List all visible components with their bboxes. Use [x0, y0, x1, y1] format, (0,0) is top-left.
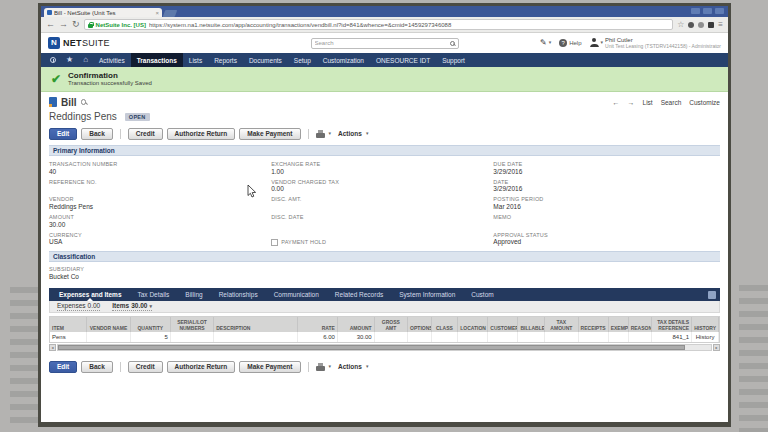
history-link[interactable]: History: [692, 332, 719, 342]
customize-link[interactable]: Customize: [689, 99, 720, 106]
recent-records-icon[interactable]: [50, 57, 56, 63]
cell-exempt: [608, 332, 628, 342]
edit-button[interactable]: Edit: [49, 128, 77, 140]
back-icon[interactable]: ←: [46, 20, 55, 29]
cell-item: Pens: [50, 332, 87, 342]
tab-close-icon[interactable]: ×: [155, 10, 159, 16]
browser-tab[interactable]: Bill - NetSuite (Unit Tes ×: [44, 8, 162, 17]
nav-item-activities[interactable]: Activities: [93, 53, 131, 67]
home-icon[interactable]: ⌂: [78, 56, 93, 64]
divider: [308, 362, 309, 372]
shortcuts-star-icon[interactable]: ★: [61, 56, 78, 64]
scroll-left-button[interactable]: ◂: [49, 344, 56, 351]
authorize-return-button[interactable]: Authorize Return: [167, 128, 236, 140]
nav-item-onesource-idt[interactable]: ONESOURCE IDT: [370, 53, 436, 67]
user-account: Unit Test Leasing (TSTDRV1442158) - Admi…: [605, 44, 721, 50]
maximize-button[interactable]: [703, 8, 712, 14]
reload-icon[interactable]: ↻: [72, 20, 80, 29]
classification-section-header[interactable]: Classification: [49, 251, 720, 262]
col-amount: AMOUNT: [337, 317, 374, 332]
primary-information-section-header[interactable]: Primary Information: [49, 145, 720, 156]
bill-record-icon: [49, 97, 57, 107]
cell-tax-amount: [545, 332, 578, 342]
extension-icon-3[interactable]: [708, 22, 714, 28]
global-search-input[interactable]: [315, 40, 450, 46]
cell-reason: [628, 332, 651, 342]
record-subtab-bar: Expenses and Items Tax Details Billing R…: [49, 288, 720, 301]
forward-icon[interactable]: →: [59, 20, 68, 29]
user-menu[interactable]: ▾ Phil Cutler Unit Test Leasing (TSTDRV1…: [590, 37, 722, 50]
actions-menu-bottom[interactable]: Actions: [338, 363, 362, 370]
tab-system-information[interactable]: System Information: [391, 288, 463, 301]
tab-billing[interactable]: Billing: [177, 288, 210, 301]
back-button-bottom[interactable]: Back: [81, 361, 113, 373]
cell-tax-details-reference: 841_1: [652, 332, 692, 342]
scroll-right-button[interactable]: ▸: [713, 344, 720, 351]
make-payment-button-bottom[interactable]: Make Payment: [239, 361, 300, 373]
close-window-button[interactable]: [715, 8, 724, 14]
record-search-icon[interactable]: [81, 99, 87, 105]
scrollbar-track[interactable]: [57, 344, 712, 351]
tab-tax-details[interactable]: Tax Details: [130, 288, 178, 301]
tab-communication[interactable]: Communication: [266, 288, 327, 301]
subtab-items[interactable]: Items 30.00 ▾: [112, 302, 152, 311]
search-link[interactable]: Search: [661, 99, 682, 106]
subtab-expenses[interactable]: Expenses 0.00: [57, 302, 100, 311]
tab-related-records[interactable]: Related Records: [327, 288, 391, 301]
tab-expenses-and-items[interactable]: Expenses and Items: [51, 288, 130, 301]
scrollbar-thumb[interactable]: [58, 345, 685, 350]
chrome-menu-icon[interactable]: ≡: [718, 21, 723, 29]
quick-add-menu[interactable]: ✎ ▾: [540, 39, 551, 47]
chevron-down-icon[interactable]: ▾: [329, 131, 332, 136]
divider: [308, 129, 309, 139]
field-disc-date: DISC. DATE: [271, 214, 493, 229]
nav-item-transactions[interactable]: Transactions: [131, 53, 183, 67]
field-date: DATE 3/29/2016: [493, 179, 720, 194]
actions-menu[interactable]: Actions: [338, 130, 362, 137]
help-icon: ?: [559, 39, 567, 47]
address-bar[interactable]: NetSuite Inc. [US] https://system.na1.ne…: [84, 19, 674, 30]
col-vendor-name: VENDOR NAME: [87, 317, 130, 332]
new-tab-button[interactable]: [163, 10, 178, 17]
payment-hold-checkbox[interactable]: [271, 239, 278, 246]
search-icon[interactable]: [450, 41, 455, 46]
chevron-down-icon[interactable]: ▾: [329, 364, 332, 369]
col-billable: BILLABLE: [518, 317, 545, 332]
credit-button[interactable]: Credit: [128, 128, 163, 140]
extension-icon-2[interactable]: [698, 22, 704, 28]
tab-relationships[interactable]: Relationships: [211, 288, 266, 301]
authorize-return-button-bottom[interactable]: Authorize Return: [167, 361, 236, 373]
col-receipts: RECEIPTS: [578, 317, 608, 332]
nav-item-reports[interactable]: Reports: [208, 53, 243, 67]
minimize-button[interactable]: [691, 8, 700, 14]
tab-custom[interactable]: Custom: [463, 288, 501, 301]
nav-item-customization[interactable]: Customization: [317, 53, 370, 67]
bookmark-star-icon[interactable]: ☆: [677, 21, 684, 29]
window-controls: [691, 8, 724, 14]
field-memo: MEMO: [493, 214, 720, 229]
edit-button-bottom[interactable]: Edit: [49, 361, 77, 373]
print-icon[interactable]: [316, 363, 325, 371]
extension-icon-1[interactable]: [688, 22, 694, 28]
netsuite-logo-text: NETSUITE: [63, 39, 110, 48]
global-search-box[interactable]: [311, 38, 459, 49]
credit-button-bottom[interactable]: Credit: [128, 361, 163, 373]
https-lock-icon: [88, 22, 93, 28]
back-button[interactable]: Back: [81, 128, 113, 140]
confirmation-message: Transaction successfully Saved: [68, 80, 152, 87]
next-record-icon[interactable]: →: [628, 99, 635, 106]
confirmation-text: Confirmation Transaction successfully Sa…: [68, 71, 152, 88]
nav-item-documents[interactable]: Documents: [243, 53, 288, 67]
previous-record-icon[interactable]: ←: [613, 99, 620, 106]
netsuite-logo[interactable]: N NETSUITE: [48, 37, 110, 49]
nav-item-lists[interactable]: Lists: [183, 53, 208, 67]
desktop-background-stripes-right: [739, 285, 768, 432]
primary-information-fields: TRANSACTION NUMBER 40 REFERENCE NO. VEND…: [49, 156, 720, 251]
make-payment-button[interactable]: Make Payment: [239, 128, 300, 140]
collapse-tabs-icon[interactable]: [708, 291, 716, 299]
print-icon[interactable]: [316, 130, 325, 138]
nav-item-setup[interactable]: Setup: [288, 53, 317, 67]
nav-item-support[interactable]: Support: [436, 53, 471, 67]
help-menu[interactable]: ? Help: [559, 39, 581, 47]
list-link[interactable]: List: [643, 99, 653, 106]
